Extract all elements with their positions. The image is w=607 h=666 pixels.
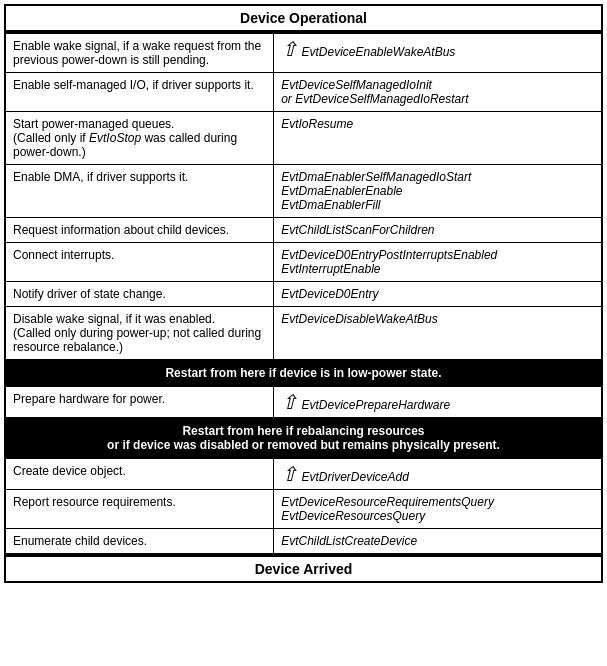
restart-banner-1: Restart from here if device is in low-po… <box>6 361 601 385</box>
table-row: Request information about child devices.… <box>5 218 602 243</box>
banner-row-2: Restart from here if rebalancing resourc… <box>5 418 602 458</box>
row-right: EvtDeviceD0EntryPostInterruptsEnabled Ev… <box>274 243 602 282</box>
row-left: Enable self-managed I/O, if driver suppo… <box>5 73 274 112</box>
row-left: Connect interrupts. <box>5 243 274 282</box>
table-row: Create device object. ⇧ EvtDriverDeviceA… <box>5 458 602 490</box>
row-left: Create device object. <box>5 458 274 490</box>
row-right: ⇧ EvtDriverDeviceAdd <box>274 458 602 490</box>
row-right: EvtDeviceDisableWakeAtBus <box>274 307 602 361</box>
banner-row-1: Restart from here if device is in low-po… <box>5 360 602 386</box>
row-left: Report resource requirements. <box>5 490 274 529</box>
row-left: Notify driver of state change. <box>5 282 274 307</box>
table-row: Enable self-managed I/O, if driver suppo… <box>5 73 602 112</box>
table-row: Report resource requirements. EvtDeviceR… <box>5 490 602 529</box>
row-right: EvtDeviceSelfManagedIoInitor EvtDeviceSe… <box>274 73 602 112</box>
arrow-up-icon: ⇧ <box>281 464 298 484</box>
row-right: EvtDeviceResourceRequirementsQuery EvtDe… <box>274 490 602 529</box>
restart-banner-2: Restart from here if rebalancing resourc… <box>6 419 601 457</box>
row-left: Start power-managed queues.(Called only … <box>5 112 274 165</box>
table-row: Disable wake signal, if it was enabled.(… <box>5 307 602 361</box>
arrow-up-icon: ⇧ <box>281 392 298 412</box>
row-right: EvtChildListCreateDevice <box>274 529 602 555</box>
device-operational-header: Device Operational <box>4 4 603 32</box>
row-right: EvtIoResume <box>274 112 602 165</box>
table-row: Prepare hardware for power. ⇧ EvtDeviceP… <box>5 386 602 418</box>
arrow-up-icon: ⇧ <box>281 39 298 59</box>
table-row: Notify driver of state change. EvtDevice… <box>5 282 602 307</box>
table-row: Enable wake signal, if a wake request fr… <box>5 33 602 73</box>
row-left: Prepare hardware for power. <box>5 386 274 418</box>
row-right: ⇧ EvtDeviceEnableWakeAtBus <box>274 33 602 73</box>
table-row: Enable DMA, if driver supports it. EvtDm… <box>5 165 602 218</box>
row-right: EvtDmaEnablerSelfManagedIoStart EvtDmaEn… <box>274 165 602 218</box>
table-row: Start power-managed queues.(Called only … <box>5 112 602 165</box>
device-arrived-footer: Device Arrived <box>4 555 603 583</box>
row-left: Enumerate child devices. <box>5 529 274 555</box>
page-wrapper: Device Operational Enable wake signal, i… <box>0 0 607 587</box>
row-left: Request information about child devices. <box>5 218 274 243</box>
row-right: ⇧ EvtDevicePrepareHardware <box>274 386 602 418</box>
row-left: Enable DMA, if driver supports it. <box>5 165 274 218</box>
main-table: Enable wake signal, if a wake request fr… <box>4 32 603 555</box>
row-right: EvtChildListScanForChildren <box>274 218 602 243</box>
table-row: Enumerate child devices. EvtChildListCre… <box>5 529 602 555</box>
row-right: EvtDeviceD0Entry <box>274 282 602 307</box>
row-left: Enable wake signal, if a wake request fr… <box>5 33 274 73</box>
row-left: Disable wake signal, if it was enabled.(… <box>5 307 274 361</box>
table-row: Connect interrupts. EvtDeviceD0EntryPost… <box>5 243 602 282</box>
